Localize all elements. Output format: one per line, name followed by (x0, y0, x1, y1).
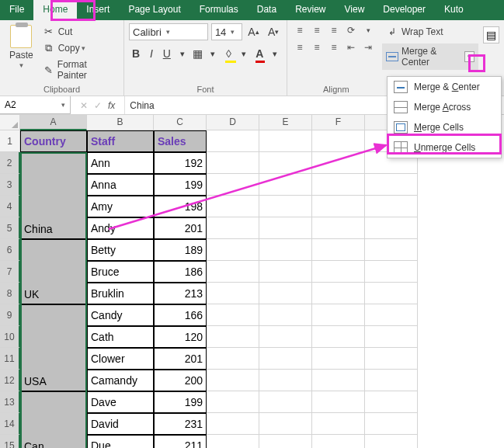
cell-E11[interactable] (259, 348, 312, 370)
cell-C6[interactable]: 189 (154, 239, 207, 261)
cell-F7[interactable] (312, 261, 365, 283)
cell-E1[interactable] (259, 130, 312, 152)
select-all-corner[interactable] (0, 115, 20, 130)
cell-G9[interactable] (365, 304, 418, 326)
cell-D11[interactable] (207, 348, 259, 370)
cell-G14[interactable] (365, 413, 418, 435)
cell-G5[interactable] (365, 217, 418, 239)
align-center-button[interactable]: ≡ (309, 40, 325, 54)
cell-D4[interactable] (207, 196, 259, 217)
row-header-15[interactable]: 15 (0, 435, 20, 448)
cell-F11[interactable] (312, 348, 365, 370)
cell-E8[interactable] (259, 283, 312, 304)
cell-E2[interactable] (259, 152, 312, 174)
tab-formulas[interactable]: Formulas (190, 0, 248, 20)
cell-D1[interactable] (207, 130, 259, 152)
col-header-D[interactable]: D (207, 115, 259, 130)
cell-C7[interactable]: 186 (154, 261, 207, 283)
cell-C11[interactable]: 201 (154, 348, 207, 370)
enter-formula-button[interactable]: ✓ (94, 100, 102, 111)
cell-C9[interactable]: 166 (154, 304, 207, 326)
cell-E9[interactable] (259, 304, 312, 326)
cell-C5[interactable]: 201 (154, 217, 207, 239)
cell-F6[interactable] (312, 239, 365, 261)
menu-item-unmerge-cells[interactable]: Unmerge Cells (388, 137, 501, 158)
cell-E6[interactable] (259, 239, 312, 261)
format-painter-button[interactable]: ✎Format Painter (40, 57, 119, 82)
col-header-F[interactable]: F (312, 115, 365, 130)
tab-home[interactable]: Home (33, 0, 77, 20)
cell-F15[interactable] (312, 435, 365, 448)
cell-C3[interactable]: 199 (154, 174, 207, 196)
cell-C10[interactable]: 120 (154, 326, 207, 348)
cell-D5[interactable] (207, 217, 259, 239)
name-box[interactable]: A2▾ (0, 96, 71, 114)
cell-A2[interactable]: China (20, 152, 87, 239)
tab-data[interactable]: Data (248, 0, 286, 20)
cell-D14[interactable] (207, 413, 259, 435)
orientation-dropdown[interactable]: ▾ (360, 23, 376, 37)
cell-B5[interactable]: Andy (87, 217, 154, 239)
tab-view[interactable]: View (335, 0, 374, 20)
conditional-format-button[interactable]: ▤ (483, 26, 499, 43)
cell-D9[interactable] (207, 304, 259, 326)
align-right-button[interactable]: ≡ (326, 40, 342, 54)
cell-E5[interactable] (259, 217, 312, 239)
row-header-5[interactable]: 5 (0, 217, 20, 239)
row-header-1[interactable]: 1 (0, 130, 20, 152)
cell-B14[interactable]: David (87, 413, 154, 435)
cell-D2[interactable] (207, 152, 259, 174)
cell-G11[interactable] (365, 348, 418, 370)
cell-G3[interactable] (365, 174, 418, 196)
tab-insert[interactable]: Insert (77, 0, 119, 20)
cell-E3[interactable] (259, 174, 312, 196)
font-color-dropdown[interactable]: ▾ (268, 45, 282, 62)
row-header-2[interactable]: 2 (0, 152, 20, 174)
cell-D8[interactable] (207, 283, 259, 304)
cell-B13[interactable]: Dave (87, 391, 154, 413)
col-header-A[interactable]: A (20, 115, 87, 130)
cell-E15[interactable] (259, 435, 312, 448)
cell-E13[interactable] (259, 391, 312, 413)
menu-item-merge-across[interactable]: Merge Across (388, 97, 501, 117)
paste-button[interactable]: Paste ▼ (5, 23, 38, 83)
cell-G15[interactable] (365, 435, 418, 448)
cell-G12[interactable] (365, 370, 418, 391)
merge-center-button[interactable]: Merge & Center ▾ (382, 43, 478, 70)
cell-B3[interactable]: Anna (87, 174, 154, 196)
col-header-E[interactable]: E (259, 115, 312, 130)
paste-dropdown-caret[interactable]: ▼ (18, 62, 24, 69)
cell-B1[interactable]: Staff (87, 130, 154, 152)
menu-item-merge-center[interactable]: Merge & Center (388, 77, 501, 97)
row-header-10[interactable]: 10 (0, 326, 20, 348)
cell-C8[interactable]: 213 (154, 283, 207, 304)
cell-F10[interactable] (312, 326, 365, 348)
row-header-3[interactable]: 3 (0, 174, 20, 196)
cell-B2[interactable]: Ann (87, 152, 154, 174)
decrease-font-button[interactable]: A▾ (265, 23, 282, 40)
cell-E10[interactable] (259, 326, 312, 348)
cell-B4[interactable]: Amy (87, 196, 154, 217)
cell-G10[interactable] (365, 326, 418, 348)
cell-F8[interactable] (312, 283, 365, 304)
row-header-13[interactable]: 13 (0, 391, 20, 413)
cell-A6[interactable]: UK (20, 239, 87, 304)
cell-G7[interactable] (365, 261, 418, 283)
cell-E14[interactable] (259, 413, 312, 435)
italic-button[interactable]: I (144, 45, 158, 62)
tab-kuto[interactable]: Kuto (435, 0, 473, 20)
cell-G8[interactable] (365, 283, 418, 304)
cell-D3[interactable] (207, 174, 259, 196)
tab-review[interactable]: Review (286, 0, 335, 20)
tab-page-layout[interactable]: Page Layout (119, 0, 189, 20)
cell-F12[interactable] (312, 370, 365, 391)
cell-A9[interactable]: USA (20, 304, 87, 391)
fx-button[interactable]: fx (108, 100, 115, 111)
font-color-button[interactable]: A (252, 45, 266, 62)
menu-item-merge-cells[interactable]: Merge Cells (388, 117, 501, 137)
cell-F14[interactable] (312, 413, 365, 435)
cell-D6[interactable] (207, 239, 259, 261)
cell-B8[interactable]: Bruklin (87, 283, 154, 304)
cell-B15[interactable]: Due (87, 435, 154, 448)
cell-F2[interactable] (312, 152, 365, 174)
